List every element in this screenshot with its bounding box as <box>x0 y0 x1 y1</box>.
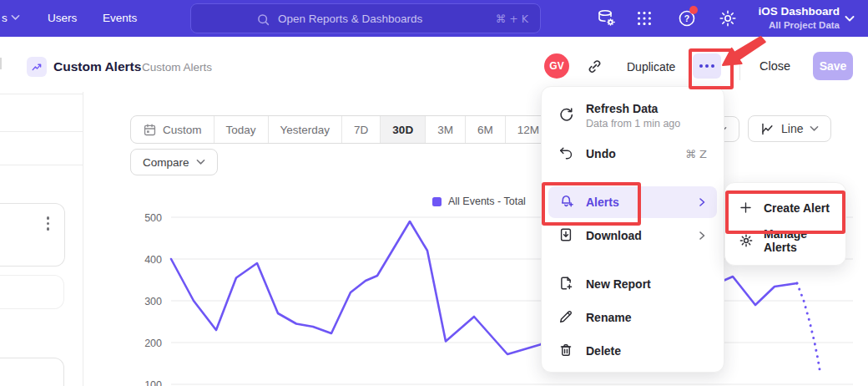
gear-icon <box>739 233 754 248</box>
search-icon <box>256 13 270 27</box>
left-panel-card[interactable] <box>0 275 64 309</box>
more-options-button[interactable] <box>693 53 721 79</box>
chevron-right-icon <box>697 197 707 207</box>
chevron-down-icon <box>11 14 20 21</box>
submenu-item-create-alert[interactable]: Create Alert <box>725 193 845 223</box>
legend-label: All Events - Total <box>448 196 526 207</box>
compare-label: Compare <box>143 156 189 169</box>
plus-icon <box>739 201 754 216</box>
save-button[interactable]: Save <box>813 52 853 80</box>
left-panel-border <box>83 92 83 386</box>
date-range-label: 30D <box>392 124 413 136</box>
menu-item-label: Refresh Data <box>586 102 680 115</box>
kebab-menu-icon[interactable] <box>47 216 50 231</box>
settings-icon[interactable] <box>718 8 738 28</box>
date-range-label: Today <box>226 124 256 136</box>
date-range-label: 3M <box>437 124 453 136</box>
cut-off-element <box>0 58 2 69</box>
nav-item-cut[interactable]: s <box>2 12 8 24</box>
menu-item-new-report[interactable]: New Report <box>548 268 717 300</box>
left-panel-divider <box>0 131 83 132</box>
left-panel-card[interactable] <box>0 203 65 267</box>
menu-item-label: New Report <box>586 277 651 291</box>
calendar-icon <box>143 123 157 137</box>
date-range-6m[interactable]: 6M <box>465 116 505 143</box>
series-projection <box>797 283 820 374</box>
y-tick-label: 500 <box>144 212 162 224</box>
chart-type-button[interactable]: Line <box>748 115 831 142</box>
apps-grid-icon[interactable] <box>635 9 655 29</box>
refresh-icon <box>558 107 575 124</box>
top-nav: s Users Events Open Reports & Dashboards… <box>0 0 868 37</box>
compare-button[interactable]: Compare <box>130 149 218 175</box>
dot <box>705 64 709 68</box>
search-shortcut: ⌘ + K <box>496 13 528 25</box>
help-icon[interactable]: ? <box>677 8 697 28</box>
search-placeholder: Open Reports & Dashboards <box>278 13 496 25</box>
chevron-right-icon <box>697 231 707 241</box>
alerts-submenu: Create AlertManage Alerts <box>724 182 846 266</box>
legend-swatch <box>432 197 442 206</box>
line-chart-icon <box>760 122 775 136</box>
share-link-icon[interactable] <box>587 58 603 74</box>
date-range-custom[interactable]: Custom <box>131 116 214 143</box>
page-title: Custom Alerts <box>53 59 141 74</box>
menu-item-alerts[interactable]: Alerts <box>548 186 717 218</box>
chevron-down-icon <box>196 159 205 165</box>
project-switcher[interactable]: iOS Dashboard All Project Data <box>758 4 840 32</box>
menu-item-refresh-data[interactable]: Refresh DataData from 1 min ago <box>548 94 717 136</box>
date-range-yesterday[interactable]: Yesterday <box>268 116 342 143</box>
menu-item-rename[interactable]: Rename <box>548 302 717 333</box>
date-range-group: CustomTodayYesterday7D30D3M6M12M <box>130 115 552 144</box>
app: 100200300400500 All Events - Total Custo… <box>0 0 868 386</box>
menu-item-sublabel: Data from 1 min ago <box>586 118 680 130</box>
submenu-item-manage-alerts[interactable]: Manage Alerts <box>725 226 845 256</box>
report-icon <box>27 57 47 77</box>
nav-item-events[interactable]: Events <box>103 12 137 24</box>
submenu-item-label: Manage Alerts <box>764 227 832 254</box>
date-range-7d[interactable]: 7D <box>341 116 380 143</box>
new-report-icon <box>558 276 575 292</box>
date-range-label: 7D <box>354 124 368 136</box>
date-range-30d[interactable]: 30D <box>380 116 425 143</box>
rename-icon <box>558 309 575 326</box>
menu-item-label: Undo <box>586 147 616 160</box>
dot <box>699 64 703 68</box>
date-range-label: Custom <box>163 124 202 136</box>
date-range-3m[interactable]: 3M <box>425 116 465 143</box>
duplicate-button[interactable]: Duplicate <box>627 60 675 74</box>
submenu-item-label: Create Alert <box>764 201 830 215</box>
project-scope: All Project Data <box>758 19 840 32</box>
dot <box>711 64 714 68</box>
chevron-down-icon <box>845 15 855 23</box>
close-button[interactable]: Close <box>760 59 790 73</box>
menu-item-delete[interactable]: Delete <box>548 335 717 367</box>
divider <box>739 52 740 80</box>
menu-item-label: Delete <box>586 344 621 358</box>
y-tick-label: 100 <box>144 379 162 386</box>
date-range-label: 6M <box>477 124 493 136</box>
menu-item-label: Alerts <box>586 196 619 209</box>
menu-item-download[interactable]: Download <box>548 220 717 251</box>
data-model-icon[interactable] <box>596 8 616 28</box>
project-name: iOS Dashboard <box>758 4 840 19</box>
left-panel-divider <box>0 94 83 94</box>
chart-legend: All Events - Total <box>432 196 526 207</box>
chevron-down-icon <box>810 125 819 132</box>
chart-type-label: Line <box>781 122 803 135</box>
menu-item-undo[interactable]: Undo⌘ Z <box>548 138 717 170</box>
y-tick-label: 300 <box>144 296 162 307</box>
avatar[interactable]: GV <box>544 53 569 79</box>
notification-dot <box>689 6 698 14</box>
left-panel-divider <box>0 165 83 165</box>
date-range-label: Yesterday <box>280 124 331 136</box>
date-range-today[interactable]: Today <box>214 116 268 143</box>
y-tick-label: 200 <box>144 338 162 349</box>
menu-item-shortcut: ⌘ Z <box>685 148 707 160</box>
nav-item-users[interactable]: Users <box>48 12 77 24</box>
search-bar[interactable]: Open Reports & Dashboards ⌘ + K <box>190 3 541 33</box>
left-panel-card[interactable] <box>0 358 64 386</box>
context-menu: Refresh DataData from 1 min agoUndo⌘ ZAl… <box>541 86 724 373</box>
svg-text:?: ? <box>684 13 689 23</box>
delete-icon <box>558 343 575 359</box>
